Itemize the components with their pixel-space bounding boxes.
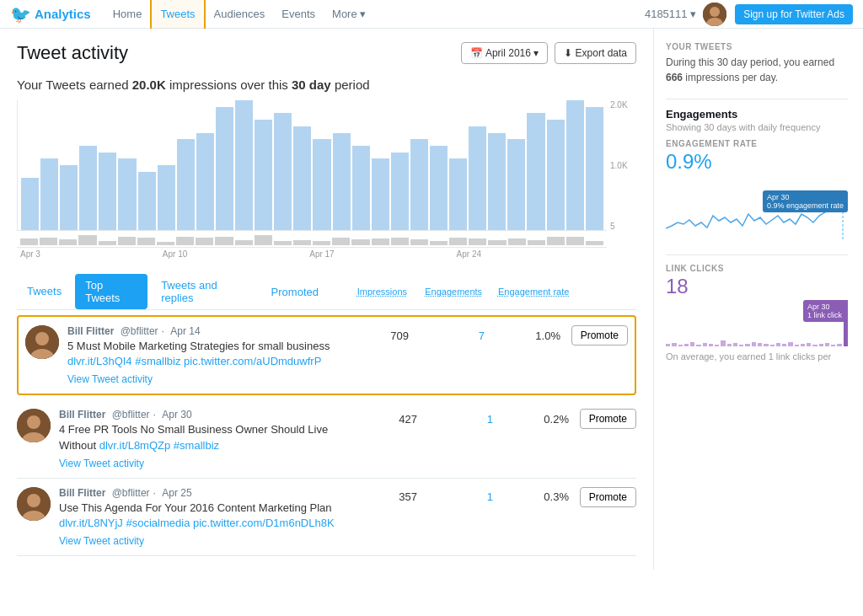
tweet-3-content: Use This Agenda For Your 2016 Content Ma… (59, 501, 332, 514)
tweet-1-body: Bill Flitter @bflitter· Apr 14 5 Must Mo… (67, 325, 333, 385)
tweet-1-hashtag[interactable]: #smallbiz (135, 355, 180, 367)
tweet-3-author: Bill Flitter (59, 487, 105, 499)
account-id[interactable]: 4185111 ▾ (645, 8, 696, 20)
col-header-engagements: Engagements (410, 287, 482, 297)
tweet-2-promote: Promote (569, 409, 636, 429)
link-clicks-section: LINK CLICKS 18 Apr 30 1 link click On av… (666, 264, 848, 362)
svg-point-4 (35, 332, 49, 345)
engagements-title: Engagements (666, 108, 848, 121)
chart-y-label-top: 2.0K (610, 100, 633, 110)
engagements-desc: Showing 30 days with daily frequency (666, 122, 848, 132)
col-header-impressions: Impressions (335, 287, 407, 297)
your-tweets-prefix: During this 30 day period, you earned (666, 56, 834, 68)
chart-bars-container (17, 100, 607, 231)
tweet-1-author: Bill Flitter (67, 325, 114, 337)
tweet-1-engagements: 7 (409, 329, 485, 342)
tweet-2-stats: 427 1 0.2% Promote (341, 409, 636, 429)
tweet-2-link[interactable]: dlvr.it/L8mQZp (99, 439, 171, 452)
tweet-1-meta: Bill Flitter @bflitter· Apr 14 (67, 325, 333, 337)
col-header-engrate: Engagement rate (485, 287, 569, 297)
tweet-2-impressions: 427 (341, 413, 417, 426)
summary-suffix: period (331, 78, 370, 92)
nav-link-home[interactable]: Home (105, 0, 151, 29)
tweet-2-engagements: 1 (417, 413, 493, 426)
main-content: Tweet activity 📅 April 2016 ▾ ⬇ Export d… (0, 29, 653, 570)
your-tweets-suffix: impressions per day. (683, 72, 778, 83)
engagement-rate-label: ENGAGEMENT RATE (666, 139, 848, 148)
page-actions: 📅 April 2016 ▾ ⬇ Export data (461, 42, 636, 64)
tweet-3-impressions: 357 (341, 490, 417, 503)
tweet-3-activity-link[interactable]: View Tweet activity (59, 535, 144, 547)
svg-point-1 (710, 7, 720, 17)
link-clicks-bottom-text: On average, you earned 1 link clicks per (666, 351, 848, 362)
your-tweets-desc: During this 30 day period, you earned 66… (666, 55, 848, 85)
sidebar-divider-2 (666, 254, 848, 255)
tweet-2-date: Apr 30 (162, 409, 191, 420)
link-tooltip: Apr 30 1 link click (803, 300, 846, 322)
tweet-tabs: Tweets Top Tweets Tweets and replies Pro… (17, 267, 636, 310)
nav-link-tweets[interactable]: Tweets (150, 0, 205, 29)
tab-tweets[interactable]: Tweets (17, 280, 72, 304)
engagements-section: Engagements Showing 30 days with daily f… (666, 108, 848, 241)
tweet-1-handle: @bflitter (121, 325, 158, 337)
svg-point-10 (27, 494, 40, 507)
sidebar-divider-1 (666, 99, 848, 99)
tweet-1-promote-button[interactable]: Promote (571, 325, 628, 345)
tweet-row-3: Bill Flitter @bflitter· Apr 25 Use This … (17, 479, 636, 556)
link-tooltip-date: Apr 30 (807, 303, 830, 311)
tweet-1-activity-link[interactable]: View Tweet activity (67, 373, 153, 385)
engagement-rate-chart: Apr 30 0.9% engagement rate (666, 190, 848, 241)
link-clicks-label: LINK CLICKS (666, 264, 848, 273)
chart-small-bars (17, 231, 607, 248)
tab-promoted[interactable]: Promoted (261, 281, 329, 303)
tweet-1-impressions: 709 (333, 329, 409, 342)
tweet-2-text: 4 Free PR Tools No Small Business Owner … (59, 422, 341, 453)
tweet-row-1: Bill Flitter @bflitter· Apr 14 5 Must Mo… (17, 315, 636, 395)
your-tweets-impressions: 666 (666, 72, 683, 83)
signup-twitter-ads-button[interactable]: Sign up for Twitter Ads (735, 4, 853, 24)
tweet-3-engagements: 1 (417, 490, 493, 503)
nav-link-more[interactable]: More ▾ (324, 0, 374, 29)
tweet-2-hashtag[interactable]: #smallbiz (174, 439, 219, 452)
tweet-3-meta: Bill Flitter @bflitter· Apr 25 (59, 487, 341, 499)
link-clicks-chart: Apr 30 1 link click (666, 300, 848, 346)
tweet-2-promote-button[interactable]: Promote (580, 409, 636, 429)
tab-top-tweets[interactable]: Top Tweets (75, 274, 147, 309)
tweet-1-link[interactable]: dlvr.it/L3hQI4 (67, 355, 132, 367)
chart-x-axis: Apr 3 Apr 10 Apr 17 Apr 24 (17, 248, 636, 264)
tweet-1-avatar (25, 325, 59, 359)
sidebar: YOUR TWEETS During this 30 day period, y… (653, 29, 860, 570)
your-tweets-label: YOUR TWEETS (666, 42, 848, 51)
your-tweets-section: YOUR TWEETS During this 30 day period, y… (666, 42, 848, 85)
tweet-1-stats: 709 7 1.0% Promote (333, 325, 628, 345)
tweet-3-body: Bill Flitter @bflitter· Apr 25 Use This … (59, 487, 341, 547)
date-picker-button[interactable]: 📅 April 2016 ▾ (461, 42, 548, 64)
tweet-3-link[interactable]: dlvr.it/L8NYjJ (59, 517, 123, 529)
brand-name: Analytics (35, 7, 91, 21)
nav-link-events[interactable]: Events (273, 0, 324, 29)
page-title-row: Tweet activity 📅 April 2016 ▾ ⬇ Export d… (17, 42, 636, 64)
tweet-3-stats: 357 1 0.3% Promote (341, 487, 636, 507)
nav-link-audiences[interactable]: Audiences (206, 0, 274, 29)
engagement-rate-value: 0.9% (666, 150, 848, 174)
export-data-button[interactable]: ⬇ Export data (555, 42, 636, 64)
tweet-3-promote-button[interactable]: Promote (580, 487, 636, 507)
tweet-1-engrate: 1.0% (485, 329, 560, 342)
tweet-3-text: Use This Agenda For Your 2016 Content Ma… (59, 501, 341, 531)
tweet-3-engrate: 0.3% (493, 490, 569, 503)
tweet-3-hashtag[interactable]: #socialmedia (126, 517, 190, 529)
user-avatar[interactable] (703, 3, 726, 26)
tweet-3-date: Apr 25 (162, 487, 191, 499)
tweet-2-engrate: 0.2% (493, 413, 569, 426)
tweet-row-2: Bill Flitter @bflitter· Apr 30 4 Free PR… (17, 400, 636, 478)
tweet-2-author: Bill Flitter (59, 409, 105, 420)
summary-middle: impressions over this (166, 78, 292, 92)
tweet-3-promote: Promote (569, 487, 636, 507)
chart-x-label-3: Apr 24 (457, 249, 481, 259)
tweet-2-activity-link[interactable]: View Tweet activity (59, 458, 144, 469)
tweet-1-extra[interactable]: pic.twitter.com/aUDmduwfrP (184, 355, 321, 367)
tweet-2-avatar (17, 409, 51, 442)
tweet-3-extra[interactable]: pic.twitter.com/D1m6nDLh8K (193, 517, 335, 529)
tab-tweets-replies[interactable]: Tweets and replies (151, 274, 257, 309)
tweet-2-meta: Bill Flitter @bflitter· Apr 30 (59, 409, 341, 420)
